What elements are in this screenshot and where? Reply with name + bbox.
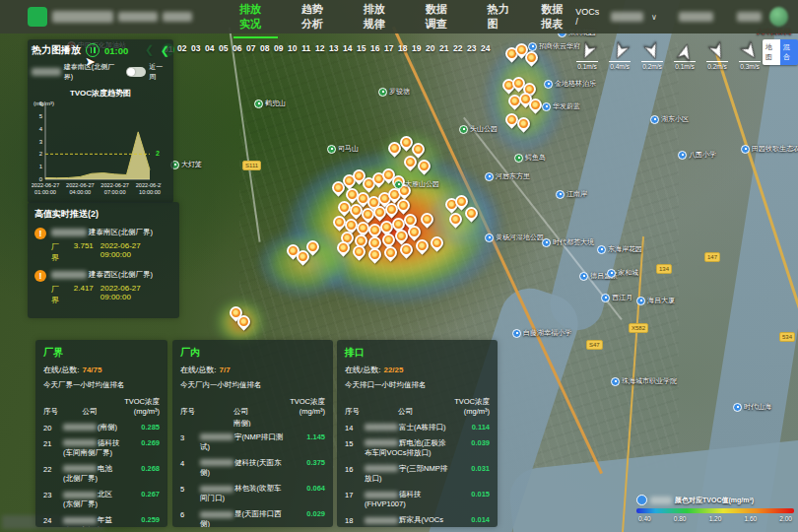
avatar[interactable] xyxy=(769,7,788,27)
table-row[interactable]: 21德科技(车间南侧厂界)0.269 xyxy=(43,438,160,458)
table-row[interactable]: 16宇(三部NMP排放口)0.031 xyxy=(345,464,490,484)
chevron-down-icon[interactable]: ∨ xyxy=(651,13,657,22)
table-header: 序号公司TVOC浓度(mg/m³) xyxy=(43,397,160,417)
park-icon xyxy=(327,145,336,154)
hour-13[interactable]: 13 xyxy=(327,43,340,56)
table-row[interactable]: 20(南侧)0.285 xyxy=(43,423,160,432)
map-layer-toggle: 地图 混合 xyxy=(763,39,798,65)
tab-数据调查[interactable]: 数据调查 xyxy=(424,0,460,40)
road-number-badge: X582 xyxy=(629,323,648,333)
hour-22[interactable]: 22 xyxy=(451,43,464,56)
table-row[interactable]: 4健科技(天面东侧)0.375 xyxy=(180,458,325,478)
alert-item[interactable]: ! 建泰西区(北侧厂界) 厂界 2.417 2022-06-27 09:00:0… xyxy=(34,270,172,305)
table-row[interactable]: 5林包装(吹塑车间门口)0.064 xyxy=(180,484,325,503)
svg-text:2022-06-27: 2022-06-27 xyxy=(32,182,59,188)
legend-poi-redacted xyxy=(650,497,672,504)
table-row[interactable]: 6显(天面排口西侧)0.029 xyxy=(180,509,325,527)
high-value-push-panel: 高值实时推送(2) ! 建泰南区(北侧厂界) 厂界 3.751 2022-06-… xyxy=(28,202,179,318)
alert-site: 建泰西区(北侧厂界) xyxy=(89,270,153,280)
collapse-chevron-icon[interactable]: ❮ xyxy=(161,44,169,57)
hour-15[interactable]: 15 xyxy=(355,43,367,56)
map-label: 招商依云华府 xyxy=(528,41,580,51)
hour-17[interactable]: 17 xyxy=(382,43,395,56)
svg-text:04:00:00: 04:00:00 xyxy=(69,189,91,195)
layer-map-button[interactable]: 地图 xyxy=(763,39,780,65)
hour-09[interactable]: 09 xyxy=(272,43,285,56)
map-label: 鳄鱼岛 xyxy=(514,153,546,163)
wind-arrow-icon: 0.2m/s xyxy=(705,43,729,70)
poi-icon xyxy=(678,151,687,160)
map-label: 头山公园 xyxy=(459,124,498,134)
map-label: 江南岸 xyxy=(556,189,587,199)
road-number-badge: S111 xyxy=(242,161,261,170)
warning-icon: ! xyxy=(34,228,46,239)
panel-subtitle: 今天厂界一小时均值排名 xyxy=(43,380,160,390)
hour-02[interactable]: 02 xyxy=(175,43,188,56)
vocs-select-value-redacted[interactable] xyxy=(611,12,643,22)
table-row[interactable]: 3宇(NMP排口测试)1.145 xyxy=(180,432,325,452)
logo-text-redacted xyxy=(163,12,192,22)
range-toggle[interactable] xyxy=(126,67,146,77)
hour-05[interactable]: 05 xyxy=(217,43,230,56)
hour-10[interactable]: 10 xyxy=(286,43,299,56)
road-number-badge: 134 xyxy=(656,264,672,274)
legend-tick: 2.00 xyxy=(779,515,792,522)
table-row[interactable]: 15辉电池(正极涂布车间VOCs排放口)0.039 xyxy=(345,438,490,458)
tvoc-trend-chart: (mg/m³)012345622022-06-2701:00:002022-06… xyxy=(32,99,169,205)
hour-08[interactable]: 08 xyxy=(258,43,271,56)
layer-mix-button[interactable]: 混合 xyxy=(780,39,798,65)
mouse-cursor: ➤ xyxy=(85,54,96,69)
svg-text:2: 2 xyxy=(39,151,43,157)
hour-23[interactable]: 23 xyxy=(465,43,478,56)
table-row[interactable]: 17德科技(FHVP1007)0.015 xyxy=(345,490,490,509)
poi-icon xyxy=(611,377,620,386)
table-row[interactable]: 14富士(A栋排口)0.114 xyxy=(345,423,490,432)
hour-11[interactable]: 11 xyxy=(299,43,312,56)
menu-item-redacted[interactable] xyxy=(737,12,762,22)
hour-20[interactable]: 20 xyxy=(424,43,436,56)
hour-16[interactable]: 16 xyxy=(368,43,381,56)
table-row[interactable]: 18辉家具(VOCs排放0.014 xyxy=(345,515,490,527)
legend-ticks: 0.400.801.201.602.00 xyxy=(636,515,794,522)
hour-07[interactable]: 07 xyxy=(244,43,257,56)
panel-title: 高值实时推送(2) xyxy=(34,208,172,221)
table-row[interactable]: 22电池(北侧厂界)0.268 xyxy=(43,464,160,484)
hour-24[interactable]: 24 xyxy=(479,43,492,56)
hour-04[interactable]: 04 xyxy=(203,43,216,56)
poi-icon xyxy=(528,42,537,51)
hour-03[interactable]: 03 xyxy=(189,43,202,56)
table-row[interactable]: 24年益(制粒车间南侧)0.259 xyxy=(43,515,160,527)
tab-排放实况[interactable]: 排放实况 xyxy=(237,0,274,40)
hour-21[interactable]: 21 xyxy=(437,43,450,56)
user-name-redacted xyxy=(679,12,713,22)
infactory-ranking-panel: 厂内在线/总数:7/7今天厂内一小时均值排名序号公司TVOC浓度(mg/m³)南… xyxy=(172,340,333,527)
legend-tick: 1.20 xyxy=(709,515,722,522)
company-redacted xyxy=(63,517,97,524)
hour-06[interactable]: 06 xyxy=(231,43,243,56)
alert-item[interactable]: ! 建泰南区(北侧厂界) 厂界 3.751 2022-06-27 09:00:0… xyxy=(34,228,172,263)
tab-数据报表[interactable]: 数据报表 xyxy=(539,0,575,40)
company-redacted xyxy=(365,492,398,499)
tab-趋势分析[interactable]: 趋势分析 xyxy=(299,0,336,40)
nav-right: VOCs / ∨ xyxy=(575,7,788,27)
map-label: 华发蔚蓝 xyxy=(542,101,580,111)
map-label: 田园牧歌生态农业 xyxy=(741,144,798,154)
table-header: 序号公司TVOC浓度(mg/m³) xyxy=(180,397,325,417)
map-label: 湖东小区 xyxy=(650,114,689,124)
company-redacted xyxy=(200,511,233,518)
map-label: 西江月 xyxy=(601,293,632,302)
table-row[interactable]: 23北区(东侧厂界)0.267 xyxy=(43,490,160,509)
road-number-badge: S47 xyxy=(586,340,603,350)
tab-热力图[interactable]: 热力图 xyxy=(486,0,514,40)
poi-icon xyxy=(512,329,521,338)
hour-14[interactable]: 14 xyxy=(341,43,354,56)
tab-排放规律[interactable]: 排放规律 xyxy=(362,0,398,40)
panel-title: 厂界 xyxy=(43,346,160,360)
voc-monitor-dashboard: 中国石化加油站鹤兜山罗骏塘司马山大灯笼大雁山公园头山公园茉莉花园招商依云华府金地… xyxy=(0,0,798,532)
map-label: 大雁山公园 xyxy=(394,179,439,189)
logo-icon xyxy=(28,7,47,27)
svg-text:3: 3 xyxy=(39,139,43,145)
hour-12[interactable]: 12 xyxy=(313,43,326,56)
hour-19[interactable]: 19 xyxy=(410,43,423,56)
hour-18[interactable]: 18 xyxy=(396,43,409,56)
